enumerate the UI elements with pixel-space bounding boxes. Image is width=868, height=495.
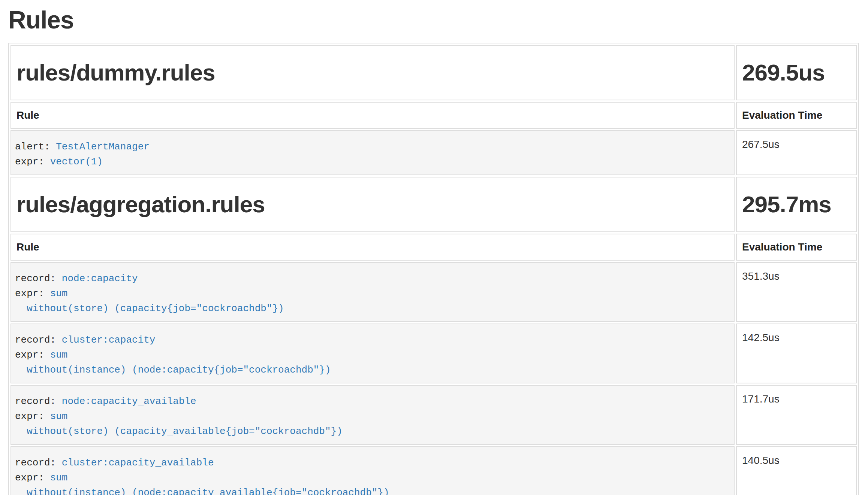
rule-evaluation-time: 140.5us <box>742 455 780 466</box>
rule-evaluation-time: 142.5us <box>742 332 780 343</box>
rule-group-name-cell: rules/aggregation.rules <box>10 177 735 232</box>
expr-link[interactable]: sum without(store) (capacity_available{j… <box>15 411 343 437</box>
expr-link[interactable]: sum without(instance) (node:capacity{job… <box>15 349 331 376</box>
column-header-row: Rule Evaluation Time <box>10 234 857 261</box>
column-header-rule: Rule <box>10 102 735 129</box>
column-header-evaluation-time: Evaluation Time <box>736 102 857 129</box>
rule-keyword: record: <box>15 334 62 346</box>
rule-group-name-cell: rules/dummy.rules <box>10 45 735 100</box>
rule-code: record: node:capacity expr: sum without(… <box>15 271 730 316</box>
column-header-evaluation-time: Evaluation Time <box>736 234 857 261</box>
expr-link[interactable]: sum without(store) (capacity{job="cockro… <box>15 288 284 314</box>
record-name-link[interactable]: node:capacity_available <box>62 396 196 407</box>
rule-keyword: expr: <box>15 472 50 483</box>
rule-row: record: cluster:capacity expr: sum witho… <box>10 324 857 383</box>
rule-row: alert: TestAlertManager expr: vector(1) … <box>10 130 857 175</box>
record-name-link[interactable]: cluster:capacity_available <box>62 457 214 468</box>
rule-keyword: record: <box>15 457 62 468</box>
rules-page: Rules rules/dummy.rules 269.5us Rule Eva… <box>8 6 859 495</box>
rule-definition-cell: alert: TestAlertManager expr: vector(1) <box>10 130 735 175</box>
rule-group-name: rules/aggregation.rules <box>16 190 729 219</box>
rules-table: rules/dummy.rules 269.5us Rule Evaluatio… <box>8 43 859 495</box>
rule-keyword: expr: <box>15 288 50 299</box>
rule-group-name: rules/dummy.rules <box>16 58 729 87</box>
rule-evaluation-time-cell: 140.5us <box>736 446 857 495</box>
rule-group-evaluation-time: 269.5us <box>742 58 851 87</box>
rule-code: alert: TestAlertManager expr: vector(1) <box>15 139 730 169</box>
rule-group-header-row: rules/aggregation.rules 295.7ms <box>10 177 857 232</box>
rule-group-evaluation-time: 295.7ms <box>742 190 851 219</box>
rule-definition-cell: record: node:capacity_available expr: su… <box>10 385 735 445</box>
rule-evaluation-time-cell: 171.7us <box>736 385 857 445</box>
rule-row: record: node:capacity_available expr: su… <box>10 385 857 445</box>
rule-evaluation-time-cell: 142.5us <box>736 324 857 383</box>
rule-evaluation-time-cell: 267.5us <box>736 130 857 175</box>
rule-keyword: expr: <box>15 156 50 167</box>
rule-definition-cell: record: cluster:capacity_available expr:… <box>10 446 735 495</box>
rule-definition-cell: record: cluster:capacity expr: sum witho… <box>10 324 735 383</box>
record-name-link[interactable]: node:capacity <box>62 273 138 284</box>
rule-keyword: alert: <box>15 141 56 152</box>
rule-evaluation-time: 267.5us <box>742 139 780 150</box>
rule-definition-cell: record: node:capacity expr: sum without(… <box>10 262 735 322</box>
column-header-row: Rule Evaluation Time <box>10 102 857 129</box>
rule-keyword: record: <box>15 396 62 407</box>
page-title: Rules <box>8 6 859 34</box>
expr-link[interactable]: vector(1) <box>50 156 103 167</box>
rule-evaluation-time: 351.3us <box>742 270 780 282</box>
alert-name-link[interactable]: TestAlertManager <box>56 141 150 152</box>
rule-row: record: node:capacity expr: sum without(… <box>10 262 857 322</box>
record-name-link[interactable]: cluster:capacity <box>62 334 156 346</box>
rule-group-header-row: rules/dummy.rules 269.5us <box>10 45 857 100</box>
rule-group-evaluation-time-cell: 269.5us <box>736 45 857 100</box>
rule-keyword: expr: <box>15 349 50 361</box>
column-header-rule: Rule <box>10 234 735 261</box>
rule-code: record: cluster:capacity_available expr:… <box>15 455 730 495</box>
rule-evaluation-time-cell: 351.3us <box>736 262 857 322</box>
rule-code: record: cluster:capacity expr: sum witho… <box>15 332 730 377</box>
expr-link[interactable]: sum without(instance) (node:capacity_ava… <box>15 472 389 495</box>
rule-keyword: expr: <box>15 411 50 422</box>
rule-evaluation-time: 171.7us <box>742 393 780 405</box>
rule-group-evaluation-time-cell: 295.7ms <box>736 177 857 232</box>
rule-code: record: node:capacity_available expr: su… <box>15 394 730 439</box>
rule-keyword: record: <box>15 273 62 284</box>
rule-row: record: cluster:capacity_available expr:… <box>10 446 857 495</box>
